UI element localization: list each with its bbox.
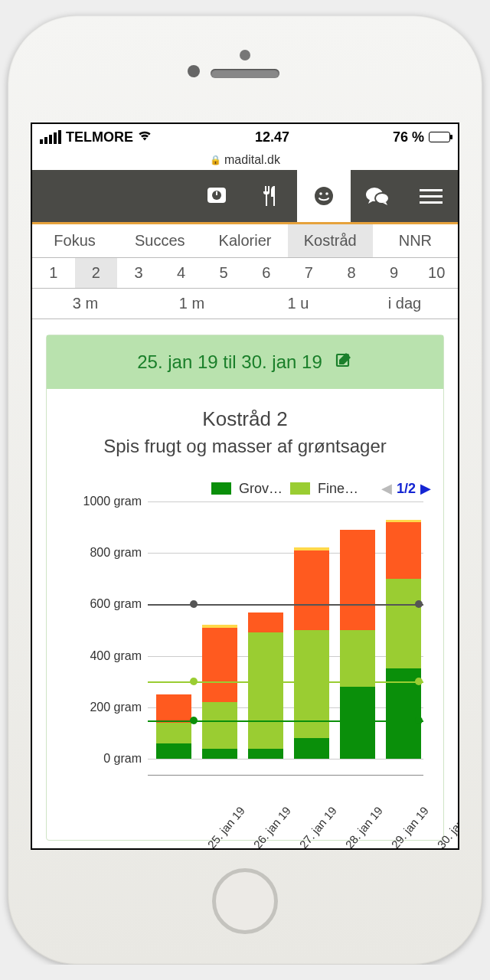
status-bar: TELMORE 12.47 76 % — [32, 124, 458, 150]
bar-segment[interactable] — [340, 530, 375, 630]
tab-3m[interactable]: 3 m — [32, 289, 139, 318]
y-tick-label: 200 gram — [90, 701, 142, 714]
reference-dot — [415, 678, 423, 685]
pager-prev-icon[interactable]: ◀ — [381, 480, 392, 497]
tab-n10[interactable]: 10 — [415, 258, 458, 288]
nav-food-button[interactable] — [243, 170, 297, 222]
bar-segment[interactable] — [340, 687, 375, 759]
bar-segment[interactable] — [156, 743, 191, 759]
nav-menu-button[interactable] — [404, 170, 458, 222]
svg-point-3 — [315, 187, 333, 205]
bar-segment[interactable] — [386, 579, 421, 669]
content: 25. jan 19 til 30. jan 19 Kostråd 2 Spis… — [32, 319, 458, 848]
reference-line — [148, 681, 423, 683]
lock-icon: 🔒 — [210, 155, 221, 165]
tab-n8[interactable]: 8 — [330, 258, 373, 288]
chart-title: Kostråd 2 — [59, 407, 431, 431]
y-tick-label: 0 gram — [103, 752, 142, 766]
legend-swatch-grov — [211, 482, 231, 495]
nav-scale-button[interactable] — [190, 170, 243, 222]
tab-1m[interactable]: 1 m — [139, 289, 245, 318]
bar-segment[interactable] — [340, 630, 375, 687]
reference-line — [148, 604, 423, 606]
bar-segment[interactable] — [386, 520, 421, 522]
bar-segment[interactable] — [202, 749, 237, 759]
tab-kostrad[interactable]: Kostråd — [288, 224, 373, 257]
tab-n4[interactable]: 4 — [160, 258, 203, 288]
bar-segment[interactable] — [248, 749, 283, 759]
y-tick-label: 400 gram — [90, 649, 142, 663]
tab-n3[interactable]: 3 — [117, 258, 160, 288]
tab-n9[interactable]: 9 — [373, 258, 416, 288]
pager-label: 1/2 — [397, 481, 416, 497]
phone-speaker — [211, 69, 279, 78]
wifi-icon — [138, 130, 152, 144]
legend-label-grov: Grov… — [239, 481, 283, 497]
svg-point-4 — [319, 192, 322, 195]
svg-rect-2 — [216, 191, 217, 195]
bar-segment[interactable] — [294, 550, 329, 630]
tab-n6[interactable]: 6 — [245, 258, 288, 288]
gridline — [148, 759, 423, 760]
tab-succes[interactable]: Succes — [117, 224, 202, 257]
phone-frame: TELMORE 12.47 76 % 🔒 madital.dk — [8, 15, 482, 965]
date-range-label: 25. jan 19 til 30. jan 19 — [137, 351, 322, 373]
reference-dot — [190, 678, 198, 685]
reference-line — [148, 720, 423, 722]
tab-n7[interactable]: 7 — [288, 258, 331, 288]
x-tick-label: 25. jan 19 — [205, 804, 247, 848]
x-tick-label: 28. jan 19 — [343, 804, 385, 848]
tab-n1[interactable]: 1 — [32, 258, 75, 288]
app-navbar — [32, 170, 458, 222]
bar-segment[interactable] — [294, 738, 329, 759]
tabs-numbers: 1 2 3 4 5 6 7 8 9 10 — [32, 258, 458, 289]
battery-label: 76 % — [393, 129, 424, 145]
legend-label-fine: Fine… — [318, 481, 358, 497]
x-tick-label: 29. jan 19 — [389, 804, 431, 848]
tab-idag[interactable]: i dag — [351, 289, 458, 318]
tab-1u[interactable]: 1 u — [245, 289, 351, 318]
nav-chat-button[interactable] — [351, 170, 404, 222]
reference-dot — [415, 600, 423, 608]
bar-segment[interactable] — [202, 625, 237, 627]
x-tick-label: 27. jan 19 — [297, 804, 339, 848]
bar-segment[interactable] — [294, 630, 329, 738]
tab-kalorier[interactable]: Kalorier — [202, 224, 287, 257]
carrier-label: TELMORE — [66, 129, 133, 145]
phone-sensor — [188, 65, 200, 77]
pager-next-icon[interactable]: ▶ — [420, 480, 431, 497]
svg-point-5 — [325, 192, 328, 195]
y-tick-label: 1000 gram — [83, 495, 142, 508]
nav-mood-button[interactable] — [297, 170, 351, 222]
bar-segment[interactable] — [294, 547, 329, 550]
edit-icon[interactable] — [335, 351, 353, 374]
battery-icon — [429, 132, 450, 142]
bar-segment[interactable] — [248, 632, 283, 748]
tab-n5[interactable]: 5 — [202, 258, 245, 288]
chart-card: 25. jan 19 til 30. jan 19 Kostråd 2 Spis… — [46, 335, 444, 841]
date-range-bar[interactable]: 25. jan 19 til 30. jan 19 — [47, 335, 443, 389]
bar-segment[interactable] — [248, 612, 283, 633]
bar-segment[interactable] — [156, 723, 191, 743]
url-bar[interactable]: 🔒 madital.dk — [32, 150, 458, 170]
signal-icon — [40, 130, 61, 144]
bar-segment[interactable] — [386, 522, 421, 579]
reference-dot — [415, 717, 423, 724]
tab-nnr[interactable]: NNR — [373, 224, 458, 257]
tab-n2[interactable]: 2 — [75, 258, 118, 288]
y-tick-label: 600 gram — [90, 597, 142, 611]
bar-segment[interactable] — [156, 694, 191, 723]
y-tick-label: 800 gram — [90, 546, 142, 560]
tabs-primary: Fokus Succes Kalorier Kostråd NNR — [32, 224, 458, 258]
reference-dot — [190, 717, 198, 724]
x-tick-label: 30. jan 19 — [435, 804, 458, 848]
chart-pane: 0 gram200 gram400 gram600 gram800 gram10… — [59, 501, 431, 832]
bar-segment[interactable] — [202, 702, 237, 748]
phone-camera — [240, 50, 250, 60]
bar-segment[interactable] — [202, 628, 237, 702]
chart-subtitle: Spis frugt og masser af grøntsager — [59, 436, 431, 457]
reference-dot — [190, 600, 198, 608]
home-button[interactable] — [212, 868, 278, 934]
tab-fokus[interactable]: Fokus — [32, 224, 117, 257]
tabs-period: 3 m 1 m 1 u i dag — [32, 289, 458, 319]
